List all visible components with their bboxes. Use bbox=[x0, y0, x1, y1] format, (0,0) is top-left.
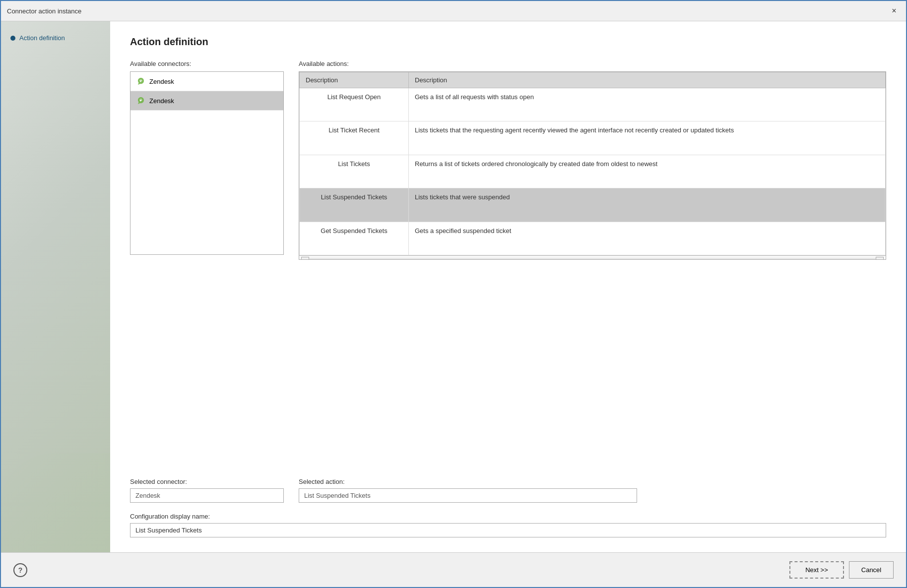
actions-table-row-1[interactable]: List Ticket RecentLists tickets that the… bbox=[300, 121, 886, 155]
selected-action-label: Selected action: bbox=[299, 478, 637, 485]
footer-left: ? bbox=[13, 563, 27, 577]
actions-table-row-3[interactable]: List Suspended TicketsLists tickets that… bbox=[300, 188, 886, 222]
next-button[interactable]: Next >> bbox=[789, 561, 844, 579]
action-desc-cell-3: Lists tickets that were suspended bbox=[409, 188, 886, 222]
config-display-name-label: Configuration display name: bbox=[130, 513, 886, 520]
help-button[interactable]: ? bbox=[13, 563, 27, 577]
action-name-cell-1: List Ticket Recent bbox=[300, 121, 409, 155]
cancel-button[interactable]: Cancel bbox=[849, 561, 894, 579]
main-panel: Action definition Available connectors: … bbox=[110, 21, 906, 552]
col-header-description2: Description bbox=[409, 72, 886, 88]
selected-action-group: Selected action: bbox=[299, 478, 637, 503]
main-window: Connector action instance × Action defin… bbox=[0, 0, 907, 588]
horizontal-scrollbar[interactable]: ◀ ▶ bbox=[299, 255, 886, 260]
close-button[interactable]: × bbox=[888, 5, 900, 17]
available-connectors-label: Available connectors: bbox=[130, 60, 284, 67]
sidebar: Action definition bbox=[1, 21, 110, 552]
action-desc-cell-2: Returns a list of tickets ordered chrono… bbox=[409, 155, 886, 188]
action-desc-cell-4: Gets a specified suspended ticket bbox=[409, 222, 886, 255]
config-display-name-group: Configuration display name: bbox=[130, 513, 886, 537]
scroll-right-arrow[interactable]: ▶ bbox=[876, 257, 884, 260]
config-display-name-input[interactable] bbox=[130, 523, 886, 537]
actions-table-row-4[interactable]: Get Suspended TicketsGets a specified su… bbox=[300, 222, 886, 255]
left-column: Available connectors: Zendesk bbox=[130, 60, 284, 466]
bottom-fields: Selected connector: Selected action: bbox=[130, 478, 886, 503]
window-title: Connector action instance bbox=[7, 7, 81, 15]
selected-connector-group: Selected connector: bbox=[130, 478, 284, 503]
page-title: Action definition bbox=[130, 36, 886, 48]
two-column-layout: Available connectors: Zendesk bbox=[130, 60, 886, 466]
action-desc-cell-0: Gets a list of all requests with status … bbox=[409, 88, 886, 121]
action-name-cell-3: List Suspended Tickets bbox=[300, 188, 409, 222]
content-area: Action definition Action definition Avai… bbox=[1, 21, 906, 552]
connector-item-1[interactable]: Zendesk bbox=[130, 91, 283, 111]
scroll-track[interactable] bbox=[309, 258, 876, 260]
action-name-cell-4: Get Suspended Tickets bbox=[300, 222, 409, 255]
right-column: Available actions: Description Descripti… bbox=[299, 60, 886, 466]
selected-connector-label: Selected connector: bbox=[130, 478, 284, 485]
action-name-cell-2: List Tickets bbox=[300, 155, 409, 188]
col-header-description: Description bbox=[300, 72, 409, 88]
sidebar-item-action-definition[interactable]: Action definition bbox=[8, 31, 103, 45]
sidebar-dot-icon bbox=[10, 36, 15, 41]
action-desc-cell-1: Lists tickets that the requesting agent … bbox=[409, 121, 886, 155]
actions-table: Description Description List Request Ope… bbox=[299, 72, 886, 255]
selected-action-input[interactable] bbox=[299, 488, 637, 503]
zendesk-icon-1 bbox=[136, 96, 145, 105]
action-name-cell-0: List Request Open bbox=[300, 88, 409, 121]
actions-table-row-0[interactable]: List Request OpenGets a list of all requ… bbox=[300, 88, 886, 121]
available-actions-label: Available actions: bbox=[299, 60, 886, 67]
scroll-left-arrow[interactable]: ◀ bbox=[301, 257, 309, 260]
footer-right: Next >> Cancel bbox=[789, 561, 894, 579]
sidebar-item-label: Action definition bbox=[19, 34, 65, 42]
selected-connector-input[interactable] bbox=[130, 488, 284, 503]
connector-list[interactable]: Zendesk Zendesk bbox=[130, 71, 284, 255]
footer: ? Next >> Cancel bbox=[1, 552, 906, 587]
actions-table-wrapper[interactable]: Description Description List Request Ope… bbox=[299, 71, 886, 260]
zendesk-icon-0 bbox=[136, 77, 145, 86]
connector-name-1: Zendesk bbox=[149, 97, 174, 105]
actions-table-row-2[interactable]: List TicketsReturns a list of tickets or… bbox=[300, 155, 886, 188]
title-bar: Connector action instance × bbox=[1, 1, 906, 21]
connector-name-0: Zendesk bbox=[149, 78, 174, 85]
connector-item-0[interactable]: Zendesk bbox=[130, 72, 283, 91]
